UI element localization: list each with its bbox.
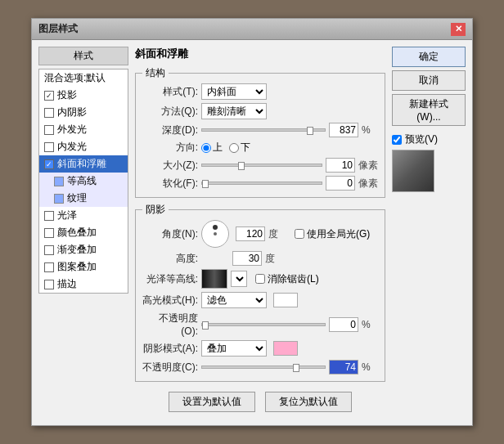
anti-alias-label: 消除锯齿(L) (268, 272, 319, 286)
sidebar-item-gloss[interactable]: 光泽 (39, 207, 128, 224)
soften-row: 软化(F): 像素 (142, 176, 378, 191)
sidebar-item-color-overlay[interactable]: 颜色叠加 (39, 224, 128, 241)
gloss-contour-row: 光泽等高线: ▼ 消除锯齿(L) (142, 269, 378, 289)
soften-input[interactable] (326, 176, 355, 191)
direction-down[interactable]: 下 (229, 141, 250, 155)
altitude-unit: 度 (265, 252, 281, 266)
shadow-opacity-slider[interactable] (201, 366, 326, 369)
ok-button[interactable]: 确定 (392, 47, 466, 67)
gradient-overlay-label: 渐变叠加 (57, 243, 97, 257)
method-select[interactable]: 雕刻清晰 (201, 103, 267, 119)
shadow-opacity-thumb[interactable] (293, 364, 299, 372)
altitude-input[interactable] (232, 251, 262, 266)
gloss-checkbox[interactable] (44, 211, 54, 221)
sidebar-item-bevel-emboss[interactable]: 斜面和浮雕 (39, 155, 128, 173)
shadow-opacity-input[interactable] (329, 360, 358, 374)
shadow-opacity-label: 不透明度(C): (142, 361, 198, 374)
angle-row: 角度(N): 度 使用全局光(G) (142, 220, 378, 248)
shadow-legend: 阴影 (142, 203, 169, 217)
direction-radio-group: 上 下 (201, 141, 250, 155)
depth-slider-container: % (201, 123, 378, 137)
depth-input[interactable] (329, 123, 358, 137)
direction-down-radio[interactable] (229, 143, 239, 153)
dialog-body: 样式 混合选项:默认 投影 内阴影 外发光 (32, 40, 472, 425)
bottom-buttons: 设置为默认值 复位为默认值 (135, 387, 385, 419)
action-buttons-panel: 确定 取消 新建样式(W)... 预览(V) (392, 47, 466, 419)
size-input[interactable] (326, 158, 355, 173)
gloss-contour-label: 光泽等高线: (142, 272, 198, 286)
outer-glow-label: 外发光 (57, 123, 87, 137)
size-unit: 像素 (358, 159, 378, 173)
structure-legend: 结构 (142, 66, 169, 80)
drop-shadow-checkbox[interactable] (44, 91, 54, 101)
size-slider[interactable] (201, 164, 322, 167)
angle-compass[interactable] (201, 220, 229, 248)
gradient-overlay-checkbox[interactable] (44, 245, 54, 255)
global-light-checkbox[interactable] (295, 229, 304, 239)
sidebar-item-texture[interactable]: 纹理 (39, 190, 128, 207)
highlight-opacity-input[interactable] (329, 317, 358, 332)
shadow-mode-select[interactable]: 叠加 (201, 340, 267, 357)
outer-glow-checkbox[interactable] (44, 125, 54, 135)
sidebar-item-gradient-overlay[interactable]: 渐变叠加 (39, 241, 128, 258)
inner-shadow-checkbox[interactable] (44, 108, 54, 118)
shadow-color-swatch[interactable] (273, 341, 298, 356)
size-slider-thumb[interactable] (238, 162, 245, 170)
soften-slider-thumb[interactable] (202, 180, 209, 188)
sidebar-item-pattern-overlay[interactable]: 图案叠加 (39, 258, 128, 276)
global-light-row: 使用全局光(G) (295, 227, 370, 241)
method-label: 方法(Q): (142, 105, 198, 119)
pattern-overlay-label: 图案叠加 (57, 260, 97, 274)
sidebar-item-blend[interactable]: 混合选项:默认 (39, 70, 128, 87)
gloss-contour-preview[interactable] (201, 269, 227, 289)
stroke-label: 描边 (57, 277, 77, 291)
highlight-mode-row: 高光模式(H): 滤色 (142, 292, 378, 308)
sidebar-item-outer-glow[interactable]: 外发光 (39, 121, 128, 138)
highlight-opacity-row: 不透明度(O): % (142, 312, 378, 337)
sidebar-item-drop-shadow[interactable]: 投影 (39, 87, 128, 104)
highlight-color-swatch[interactable] (273, 293, 298, 307)
highlight-opacity-thumb[interactable] (202, 321, 209, 330)
cancel-button[interactable]: 取消 (392, 70, 466, 91)
soften-label: 软化(F): (142, 177, 198, 191)
preview-thumbnail (392, 150, 434, 192)
angle-input[interactable] (236, 226, 265, 241)
style-row: 样式(T): 内斜面 (142, 83, 378, 100)
stroke-checkbox[interactable] (44, 280, 54, 289)
depth-slider-thumb[interactable] (307, 127, 313, 135)
shadow-fieldset: 阴影 角度(N): 度 使用全局光(G) 高度: (135, 203, 385, 382)
new-style-button[interactable]: 新建样式(W)... (392, 94, 466, 126)
direction-up[interactable]: 上 (201, 141, 223, 155)
sidebar-item-stroke[interactable]: 描边 (39, 276, 128, 293)
close-button[interactable]: ✕ (451, 23, 466, 36)
bevel-emboss-checkbox[interactable] (44, 159, 54, 169)
size-label: 大小(Z): (142, 159, 198, 173)
highlight-mode-select[interactable]: 滤色 (201, 292, 267, 308)
depth-unit: % (362, 124, 378, 136)
layer-style-dialog: 图层样式 ✕ 样式 混合选项:默认 投影 内阴影 外发 (31, 18, 473, 426)
shadow-mode-row: 阴影模式(A): 叠加 (142, 340, 378, 357)
sidebar-item-contour[interactable]: 等高线 (39, 173, 128, 190)
compass-center (214, 232, 217, 235)
sidebar-item-inner-shadow[interactable]: 内阴影 (39, 104, 128, 121)
direction-up-radio[interactable] (201, 143, 211, 153)
anti-alias-checkbox[interactable] (255, 274, 265, 284)
gloss-contour-dropdown[interactable]: ▼ (231, 271, 247, 287)
set-default-button[interactable]: 设置为默认值 (169, 392, 255, 412)
sidebar-item-inner-glow[interactable]: 内发光 (39, 138, 128, 155)
inner-glow-checkbox[interactable] (44, 142, 54, 152)
angle-unit: 度 (268, 227, 285, 241)
depth-slider[interactable] (201, 128, 326, 132)
depth-label: 深度(D): (142, 123, 198, 137)
highlight-opacity-slider[interactable] (201, 323, 326, 326)
reset-default-button[interactable]: 复位为默认值 (265, 392, 352, 412)
global-light-label: 使用全局光(G) (307, 227, 370, 241)
pattern-overlay-checkbox[interactable] (44, 262, 54, 272)
style-select[interactable]: 内斜面 (201, 83, 267, 100)
soften-slider[interactable] (201, 182, 322, 185)
shadow-mode-label: 阴影模式(A): (142, 342, 198, 356)
preview-checkbox[interactable] (392, 135, 402, 145)
color-overlay-checkbox[interactable] (44, 228, 54, 238)
direction-down-label: 下 (241, 141, 250, 155)
method-row: 方法(Q): 雕刻清晰 (142, 103, 378, 119)
